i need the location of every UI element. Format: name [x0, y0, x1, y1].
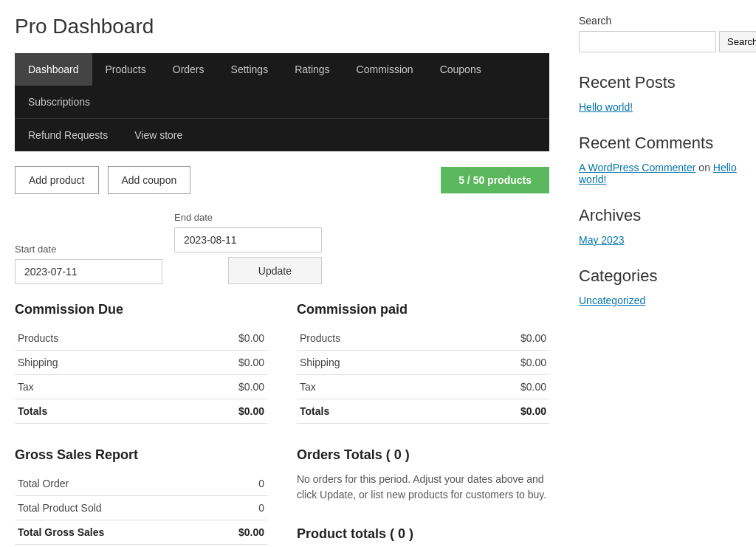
search-row: Search [579, 31, 741, 52]
commission-section: Commission Due Products$0.00Shipping$0.0… [15, 302, 549, 424]
table-row: Tax$0.00 [297, 375, 549, 399]
nav-item-coupons[interactable]: Coupons [427, 53, 495, 86]
sidebar-search-section: Search Search [579, 15, 741, 52]
comment-author-link[interactable]: A WordPress Commenter [579, 162, 695, 173]
gross-sales-table: Total Order0Total Product Sold0Total Gro… [15, 472, 267, 547]
recent-posts-title: Recent Posts [579, 73, 741, 92]
navigation-bar: Dashboard Products Orders Settings Ratin… [15, 53, 549, 151]
orders-totals-message: No orders for this period. Adjust your d… [297, 472, 549, 503]
search-label: Search [579, 15, 741, 27]
table-row: Shipping$0.00 [297, 351, 549, 375]
table-row: Shipping$0.00 [15, 351, 267, 375]
archives-section: Archives May 2023 [579, 206, 741, 246]
product-totals-title: Product totals ( 0 ) [297, 526, 549, 542]
categories-title: Categories [579, 266, 741, 286]
recent-comments-title: Recent Comments [579, 134, 741, 153]
nav-item-dashboard[interactable]: Dashboard [15, 53, 92, 86]
nav-item-view-store[interactable]: View store [121, 119, 196, 151]
page-title: Pro Dashboard [15, 15, 549, 38]
recent-comments-section: Recent Comments A WordPress Commenter on… [579, 134, 741, 185]
start-date-label: Start date [15, 244, 162, 255]
products-count-button[interactable]: 5 / 50 products [441, 167, 549, 193]
start-date-group: Start date [15, 244, 162, 284]
categories-section: Categories Uncategorized [579, 266, 741, 306]
commission-paid-title: Commission paid [297, 302, 549, 317]
table-row: Totals$0.00 [15, 399, 267, 424]
nav-item-ratings[interactable]: Ratings [281, 53, 343, 86]
end-date-input[interactable] [174, 227, 322, 252]
nav-item-commission[interactable]: Commission [343, 53, 427, 86]
table-row: Products$0.00 [15, 326, 267, 351]
start-date-input[interactable] [15, 259, 162, 284]
recent-post-hello-world[interactable]: Hello world! [579, 101, 741, 113]
nav-item-subscriptions[interactable]: Subscriptions [15, 86, 103, 118]
orders-totals-col: Orders Totals ( 0 ) No orders for this p… [297, 447, 549, 547]
gross-sales-title: Gross Sales Report [15, 447, 267, 463]
update-button[interactable]: Update [228, 257, 322, 284]
table-row: Products$0.00 [297, 326, 549, 351]
table-row: Total Product Sold0 [15, 496, 267, 520]
sidebar: Search Search Recent Posts Hello world! … [579, 15, 741, 547]
orders-totals-title: Orders Totals ( 0 ) [297, 447, 549, 463]
add-coupon-button[interactable]: Add coupon [108, 166, 191, 194]
archives-title: Archives [579, 206, 741, 225]
main-content: Pro Dashboard Dashboard Products Orders … [15, 15, 549, 547]
date-filter-row: Start date End date Update [15, 212, 549, 284]
nav-item-refund-requests[interactable]: Refund Requests [15, 119, 121, 151]
table-row: Total Order0 [15, 472, 267, 496]
table-row: Tax$0.00 [15, 375, 267, 399]
sales-orders-section: Gross Sales Report Total Order0Total Pro… [15, 447, 549, 547]
nav-item-orders[interactable]: Orders [159, 53, 218, 86]
recent-comment-item: A WordPress Commenter on Hello world! [579, 162, 741, 185]
commission-due-table: Products$0.00Shipping$0.00Tax$0.00Totals… [15, 326, 267, 424]
actions-row: Add product Add coupon 5 / 50 products [15, 166, 549, 194]
add-product-button[interactable]: Add product [15, 166, 99, 194]
commission-due-title: Commission Due [15, 302, 267, 317]
commission-due-col: Commission Due Products$0.00Shipping$0.0… [15, 302, 267, 424]
nav-item-settings[interactable]: Settings [218, 53, 282, 86]
end-date-group: End date Update [174, 212, 322, 284]
nav-item-products[interactable]: Products [92, 53, 159, 86]
comment-on-text: on [698, 162, 712, 173]
table-row: Totals$0.00 [297, 399, 549, 424]
nav-top-row: Dashboard Products Orders Settings Ratin… [15, 53, 549, 118]
table-row: Total Gross Sales$0.00 [15, 520, 267, 545]
search-button[interactable]: Search [719, 31, 756, 52]
recent-posts-section: Recent Posts Hello world! [579, 73, 741, 113]
category-uncategorized[interactable]: Uncategorized [579, 295, 741, 306]
commission-paid-col: Commission paid Products$0.00Shipping$0.… [297, 302, 549, 424]
gross-sales-col: Gross Sales Report Total Order0Total Pro… [15, 447, 267, 547]
nav-bottom-row: Refund Requests View store [15, 118, 549, 151]
table-row: Total Commission$0.00 [15, 545, 267, 548]
commission-paid-table: Products$0.00Shipping$0.00Tax$0.00Totals… [297, 326, 549, 424]
archive-may-2023[interactable]: May 2023 [579, 234, 741, 246]
end-date-label: End date [174, 212, 322, 223]
search-input[interactable] [579, 31, 716, 52]
